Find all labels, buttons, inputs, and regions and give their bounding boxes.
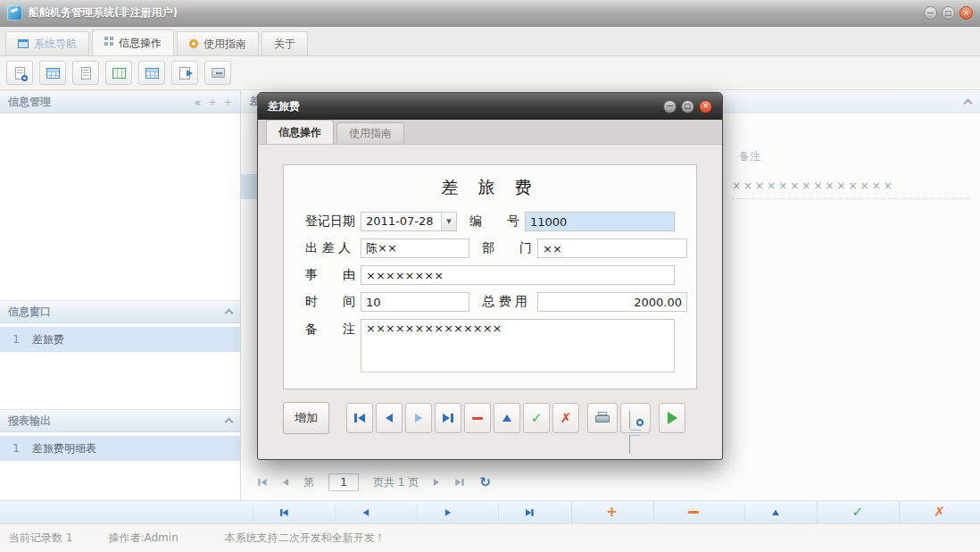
collapse-left-icon[interactable]: « (195, 96, 202, 109)
list-item-label: 差旅费明细表 (32, 441, 96, 456)
sidebar: 信息管理 « + + 信息窗口 1 差旅费 报表输出 (0, 90, 241, 500)
info-window-item-travel-expense[interactable]: 1 差旅费 (0, 327, 240, 352)
panel-info-manage-title: 信息管理 (8, 95, 51, 110)
status-message-text: 本系统支持二次开发和全新开发！ (225, 531, 386, 546)
record-count-text: 当前记录数 1 (9, 531, 72, 546)
chevron-up-icon[interactable] (964, 98, 973, 107)
tab-info-operation[interactable]: 信息操作 (92, 29, 174, 55)
department-field[interactable] (537, 238, 687, 258)
check-icon: ✓ (852, 506, 864, 519)
reason-label: 事 由 (305, 267, 361, 283)
app-logo-icon (7, 5, 22, 21)
traveler-label: 出 差 人 (305, 240, 361, 256)
total-cost-label: 总 费 用 (482, 294, 537, 310)
page-label-prefix: 第 (303, 475, 314, 490)
print-preview-button[interactable] (620, 403, 651, 433)
search-button[interactable] (6, 61, 33, 85)
table-icon (46, 68, 60, 79)
report-item-travel-expense-detail[interactable]: 1 差旅费明细表 (0, 436, 240, 461)
panel-pin-icon[interactable]: + (224, 96, 232, 108)
panel-info-manage-header[interactable]: 信息管理 « + + (0, 90, 240, 113)
run-button[interactable] (659, 403, 685, 433)
tab-user-guide[interactable]: 使用指南 (177, 31, 259, 55)
record-prev-button[interactable] (334, 504, 398, 522)
print-button[interactable] (587, 403, 618, 433)
statusbar: 当前记录数 1 操作者:Admin 本系统支持二次开发和全新开发！ (0, 523, 980, 552)
dialog-maximize-button[interactable]: □ (681, 100, 694, 113)
reason-field[interactable] (361, 265, 675, 285)
chevron-up-icon[interactable] (225, 418, 234, 427)
dialog-title: 差旅费 (268, 99, 300, 114)
tab-about[interactable]: 关于 (262, 31, 308, 55)
first-record-button[interactable] (346, 403, 373, 433)
list-item-label: 差旅费 (32, 332, 64, 347)
number-field[interactable] (525, 212, 675, 231)
add-button[interactable]: 增加 (283, 402, 329, 434)
prev-record-button[interactable] (376, 403, 403, 433)
record-cancel-button[interactable]: ✗ (898, 501, 980, 523)
export-button[interactable] (171, 61, 198, 85)
dialog-minimize-button[interactable]: — (663, 100, 677, 113)
dropdown-arrow-icon[interactable]: ▼ (441, 213, 456, 230)
record-last-button[interactable] (497, 504, 561, 522)
dialog-tab-user-guide[interactable]: 使用指南 (336, 122, 404, 144)
record-next-button[interactable] (416, 504, 480, 522)
panel-report-output-header[interactable]: 报表输出 (0, 409, 240, 432)
remark-cell: ×××××××××××××× (732, 174, 971, 199)
record-delete-button[interactable] (652, 501, 735, 523)
guide-icon (189, 39, 198, 48)
panel-info-window-title: 信息窗口 (8, 305, 51, 320)
reg-date-select[interactable]: 2011-07-28 ▼ (361, 212, 457, 231)
record-first-button[interactable] (252, 504, 316, 522)
design-button[interactable] (105, 61, 132, 85)
next-record-button[interactable] (405, 403, 432, 433)
main-toolbar (0, 56, 980, 90)
app-window: 船舶机务管理系统(非注册用户) — □ × 系统导航 信息操作 使用指南 关于 (0, 0, 980, 552)
record-confirm-button[interactable]: ✓ (816, 501, 898, 523)
number-label: 编 号 (469, 213, 525, 230)
next-page-button[interactable] (434, 479, 439, 486)
document-button[interactable] (72, 61, 99, 85)
report-output-body (0, 461, 240, 500)
delete-record-button[interactable] (464, 403, 491, 433)
preview-icon (629, 411, 642, 425)
dialog-window-controls: — □ × (663, 100, 712, 113)
table-button[interactable] (39, 61, 66, 85)
record-add-button[interactable]: + (570, 501, 652, 523)
up-icon (502, 414, 511, 422)
record-edit-button[interactable] (743, 504, 808, 522)
maximize-button[interactable]: □ (942, 6, 955, 20)
archive-button[interactable] (204, 61, 231, 85)
prev-page-button[interactable] (283, 479, 288, 486)
tab-system-navigation[interactable]: 系统导航 (5, 31, 89, 55)
refresh-icon[interactable]: ↻ (479, 474, 491, 490)
check-icon: ✓ (531, 412, 543, 425)
confirm-button[interactable]: ✓ (523, 403, 550, 433)
remark-field[interactable]: ×××××××××××××× (361, 319, 675, 372)
grid-view-button[interactable] (138, 61, 165, 85)
minus-icon (472, 417, 483, 420)
cancel-button[interactable]: ✗ (552, 403, 579, 433)
panel-info-window-header[interactable]: 信息窗口 (0, 300, 240, 323)
navigation-icon (18, 39, 29, 48)
total-cost-field[interactable] (537, 292, 687, 312)
traveler-field[interactable] (361, 238, 469, 258)
last-page-button[interactable] (456, 479, 464, 486)
main-tabbar: 系统导航 信息操作 使用指南 关于 (0, 27, 980, 56)
minus-icon (688, 511, 699, 514)
chevron-up-icon[interactable] (225, 309, 234, 318)
minimize-button[interactable]: — (924, 6, 937, 20)
record-nav-spacer (0, 501, 243, 523)
page-number-input[interactable] (328, 473, 359, 491)
first-page-button[interactable] (258, 479, 266, 486)
panel-pin-icon[interactable]: + (209, 96, 217, 108)
archive-icon (212, 68, 225, 78)
close-button[interactable]: × (959, 6, 973, 20)
edit-record-button[interactable] (494, 403, 520, 433)
dialog-close-button[interactable]: × (699, 100, 712, 113)
time-field[interactable] (361, 292, 469, 312)
dialog-tab-info-operation[interactable]: 信息操作 (266, 120, 334, 144)
design-grid-icon (112, 68, 126, 79)
grid-view-icon (145, 68, 159, 79)
last-record-button[interactable] (435, 403, 461, 433)
